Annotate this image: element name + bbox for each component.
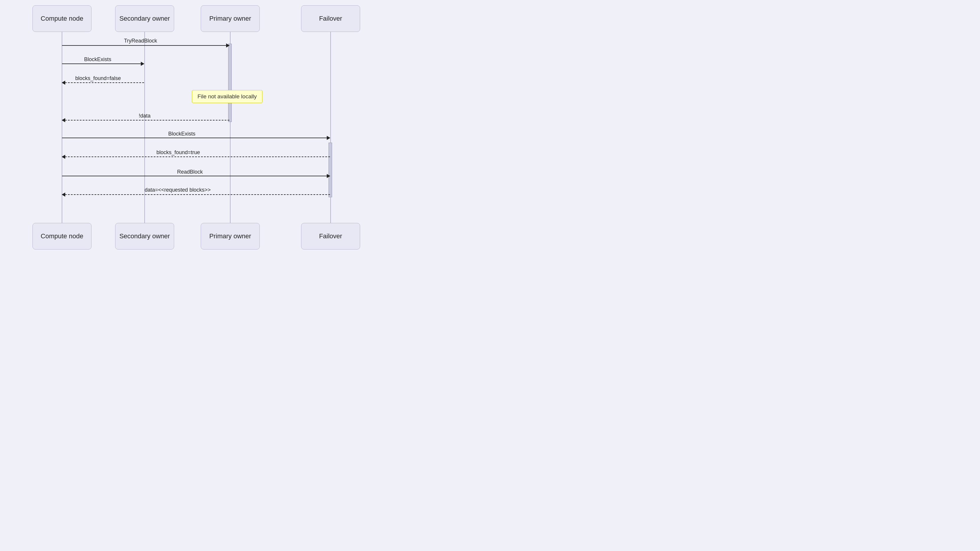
actor-compute-bottom: Compute node — [32, 223, 92, 250]
msg-blocksfoundtrue-label: blocks_found=true — [156, 150, 200, 156]
msg-blockexists1-label: BlockExists — [84, 56, 111, 63]
actor-failover-top-label: Failover — [319, 15, 342, 22]
activation-primary — [228, 44, 232, 122]
msg-data-label: !data — [139, 113, 151, 119]
actor-primary-top-label: Primary owner — [209, 15, 251, 22]
actor-secondary-top: Secondary owner — [115, 5, 174, 32]
actor-secondary-bottom: Secondary owner — [115, 223, 174, 250]
sequence-diagram: Compute node Secondary owner Primary own… — [0, 0, 490, 276]
lifeline-compute — [62, 32, 62, 227]
actor-failover-bottom: Failover — [301, 223, 360, 250]
actor-primary-bottom-label: Primary owner — [209, 233, 251, 240]
actor-primary-bottom: Primary owner — [201, 223, 260, 250]
actor-failover-top: Failover — [301, 5, 360, 32]
msg-tryreadblock-line — [62, 45, 229, 46]
actor-compute-top: Compute node — [32, 5, 92, 32]
msg-blockexists2-line — [62, 138, 330, 138]
msg-blocksfoundfalse-label: blocks_found=false — [75, 75, 121, 81]
msg-readblock-line — [62, 176, 330, 176]
actor-failover-bottom-label: Failover — [319, 233, 342, 240]
activation-failover — [329, 143, 332, 197]
lifeline-secondary — [144, 32, 145, 227]
actor-secondary-bottom-label: Secondary owner — [119, 233, 170, 240]
actor-secondary-top-label: Secondary owner — [119, 15, 170, 22]
msg-blockexists2-label: BlockExists — [168, 131, 196, 137]
lifeline-failover — [330, 32, 331, 227]
msg-readblock-label: ReadBlock — [177, 169, 203, 175]
actor-compute-top-label: Compute node — [41, 15, 83, 22]
msg-blockexists1-line — [62, 64, 144, 64]
actor-compute-bottom-label: Compute node — [41, 233, 83, 240]
msg-tryreadblock-label: TryReadBlock — [124, 38, 157, 44]
msg-datablocks-label: data=<<requested blocks>> — [145, 187, 211, 193]
actor-primary-top: Primary owner — [201, 5, 260, 32]
note-file-not-available: File not available locally — [192, 90, 262, 103]
